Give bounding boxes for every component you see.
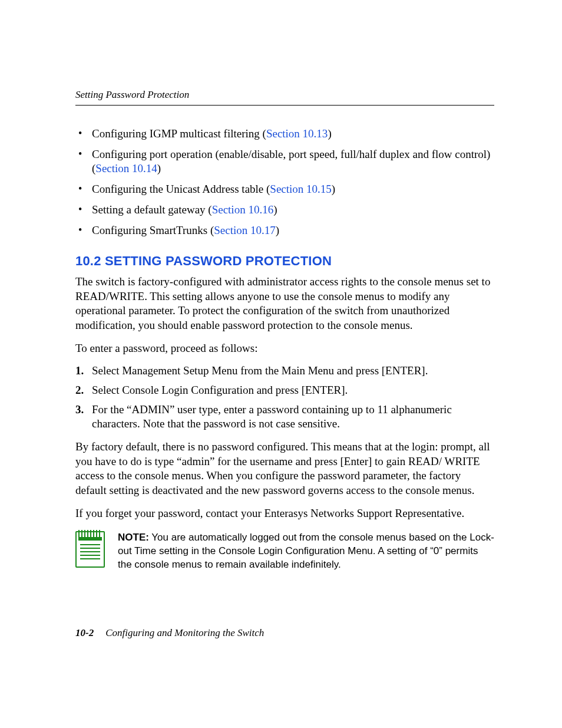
body-paragraph: If you forget your password, contact you…	[75, 506, 494, 521]
running-header: Setting Password Protection	[75, 88, 494, 106]
section-link[interactable]: Section 10.13	[266, 127, 328, 140]
body-paragraph: By factory default, there is no password…	[75, 440, 494, 498]
ordered-steps: Select Management Setup Menu from the Ma…	[75, 364, 494, 431]
list-item: Configuring the Unicast Address table (S…	[92, 182, 494, 197]
note-callout: NOTE: You are automatically logged out f…	[75, 531, 494, 572]
list-item: Configuring IGMP multicast filtering (Se…	[92, 127, 494, 141]
section-link[interactable]: Section 10.16	[212, 203, 274, 216]
chapter-title: Configuring and Monitoring the Switch	[105, 627, 264, 638]
list-item: Configuring port operation (enable/disab…	[92, 147, 494, 176]
list-text: Configuring SmartTrunks (	[92, 224, 214, 236]
bullet-list: Configuring IGMP multicast filtering (Se…	[75, 127, 494, 238]
list-text-suffix: )	[157, 162, 161, 174]
list-text: Configuring IGMP multicast filtering (	[92, 127, 266, 140]
list-text: Setting a default gateway (	[92, 203, 212, 216]
list-text-suffix: )	[332, 183, 335, 195]
section-heading: 10.2 SETTING PASSWORD PROTECTION	[75, 253, 494, 270]
list-item: Configuring SmartTrunks (Section 10.17)	[92, 223, 494, 238]
list-text-suffix: )	[276, 224, 279, 236]
list-text-suffix: )	[328, 127, 331, 140]
note-body: You are automatically logged out from th…	[118, 532, 494, 570]
body-paragraph: To enter a password, proceed as follows:	[75, 341, 494, 356]
note-label: NOTE:	[118, 532, 149, 543]
section-link[interactable]: Section 10.17	[214, 224, 276, 236]
section-link[interactable]: Section 10.14	[95, 162, 157, 174]
list-text: Configuring the Unicast Address table (	[92, 183, 270, 195]
notepad-icon	[75, 531, 105, 568]
body-paragraph: The switch is factory-configured with ad…	[75, 275, 494, 333]
list-item: Setting a default gateway (Section 10.16…	[92, 203, 494, 218]
note-text: NOTE: You are automatically logged out f…	[118, 531, 494, 572]
section-link[interactable]: Section 10.15	[270, 183, 332, 195]
list-text-suffix: )	[273, 203, 277, 216]
document-page: Setting Password Protection Configuring …	[0, 0, 562, 728]
page-footer: 10-2Configuring and Monitoring the Switc…	[75, 627, 264, 640]
step-item: Select Console Login Configuration and p…	[92, 383, 494, 398]
page-number: 10-2	[75, 627, 94, 638]
step-item: Select Management Setup Menu from the Ma…	[92, 364, 494, 378]
step-item: For the “ADMIN” user type, enter a passw…	[92, 403, 494, 431]
